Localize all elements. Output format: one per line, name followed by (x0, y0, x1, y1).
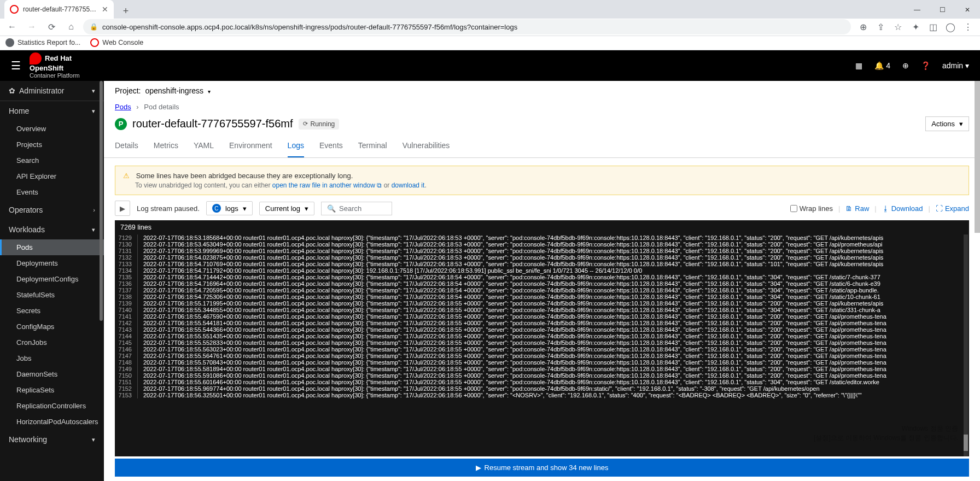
status-badge: ⟳ Running (299, 119, 340, 130)
expand-icon: ⛶ (936, 204, 943, 213)
log-line: 71532022-07-17T06:18:56.325501+00:00 rou… (115, 392, 969, 398)
tab-title: router-default-7776755597-f56… (23, 5, 97, 13)
sidebar-item-jobs[interactable]: Jobs (0, 350, 104, 366)
home-button[interactable]: ⌂ (63, 19, 79, 34)
sidebar-item-configmaps[interactable]: ConfigMaps (0, 319, 104, 335)
sidebar-item-events[interactable]: Events (0, 184, 104, 200)
browser-tab[interactable]: router-default-7776755597-f56… ✕ (4, 0, 114, 19)
bookmark-stats[interactable]: Statistics Report fo... (5, 38, 80, 47)
page-title: router-default-7776755597-f56mf (132, 118, 293, 130)
alert-title: Some lines have been abridged because th… (136, 172, 353, 180)
stream-status: Log stream paused. (137, 204, 200, 213)
tab-logs[interactable]: Logs (288, 136, 304, 157)
sidebar-section-home[interactable]: Home▾ (0, 101, 104, 121)
sidebar-item-projects[interactable]: Projects (0, 137, 104, 152)
help-icon[interactable]: ❓ (921, 61, 930, 70)
download-icon: ⭳ (882, 204, 889, 213)
search-icon[interactable]: ⊕ (855, 19, 871, 34)
share-icon[interactable]: ⇪ (873, 19, 888, 34)
sidebar-section-operators[interactable]: Operators› (0, 200, 104, 220)
new-tab-button[interactable]: + (118, 3, 133, 19)
tab-yaml[interactable]: YAML (194, 136, 214, 157)
project-dropdown[interactable]: openshift-ingress ▾ (145, 86, 210, 95)
download-button[interactable]: ⭳Download (882, 204, 923, 213)
log-line-count: 7269 lines (115, 220, 969, 234)
sidebar-item-search[interactable]: Search (0, 152, 104, 168)
sidebar-scrollbar[interactable] (100, 81, 103, 321)
sidebar-item-cronjobs[interactable]: CronJobs (0, 335, 104, 350)
alert-banner: ⚠ Some lines have been abridged because … (115, 166, 969, 195)
expand-button[interactable]: ⛶Expand (936, 204, 969, 213)
bell-icon[interactable]: 🔔 4 (874, 61, 890, 70)
log-line: 71292022-07-17T06:18:53.185684+00:00 rou… (115, 234, 969, 241)
tabs: DetailsMetricsYAMLEnvironmentLogsEventsT… (104, 136, 980, 158)
tab-details[interactable]: Details (115, 136, 138, 157)
raw-link[interactable]: 🗎Raw (845, 204, 869, 213)
container-dropdown[interactable]: C logs ▾ (206, 201, 253, 215)
log-scrollbar-thumb[interactable] (964, 435, 968, 451)
log-line: 71522022-07-17T06:18:55.969774+00:00 rou… (115, 385, 969, 392)
tab-environment[interactable]: Environment (229, 136, 272, 157)
sidebar-item-api explorer[interactable]: API Explorer (0, 168, 104, 184)
breadcrumb-root[interactable]: Pods (115, 103, 131, 111)
plus-icon[interactable]: ⊕ (902, 61, 909, 70)
window-minimize-button[interactable]: — (905, 1, 930, 19)
close-tab-icon[interactable]: ✕ (102, 5, 108, 14)
wrap-lines-checkbox[interactable]: Wrap lines (790, 204, 833, 213)
reload-button[interactable]: ⟳ (44, 19, 59, 34)
resume-stream-button[interactable]: ▶ Resume stream and show 34 new lines (115, 459, 969, 477)
play-icon: ▶ (476, 464, 481, 472)
sidebar-section-workloads[interactable]: Workloads▾ (0, 220, 104, 239)
perspective-switcher[interactable]: ✿ Administrator ▾ (0, 81, 104, 101)
content-area: Project: openshift-ingress ▾ Pods › Pod … (104, 81, 980, 481)
download-link[interactable]: download it (392, 181, 425, 189)
log-line: 71412022-07-17T06:18:55.467590+00:00 rou… (115, 313, 969, 320)
sidebar-section-networking[interactable]: Networking▾ (0, 430, 104, 449)
log-line: 71432022-07-17T06:18:55.544366+00:00 rou… (115, 326, 969, 333)
window-close-button[interactable]: ✕ (955, 1, 980, 19)
play-button[interactable]: ▶ (115, 201, 130, 216)
actions-dropdown[interactable]: Actions▾ (925, 116, 969, 131)
sidebar-item-replicasets[interactable]: ReplicaSets (0, 382, 104, 398)
sidebar-item-statefulsets[interactable]: StatefulSets (0, 287, 104, 303)
forward-button[interactable]: → (24, 19, 39, 34)
log-scrollbar-track[interactable] (964, 234, 968, 456)
sidebar-item-deployments[interactable]: Deployments (0, 255, 104, 271)
sidebar-item-pods[interactable]: Pods (0, 239, 104, 255)
sidebar-item-deploymentconfigs[interactable]: DeploymentConfigs (0, 271, 104, 287)
user-menu[interactable]: admin ▾ (942, 61, 969, 70)
tab-terminal[interactable]: Terminal (358, 136, 387, 157)
extensions-icon[interactable]: ✦ (908, 19, 923, 34)
tab-vulnerabilities[interactable]: Vulnerabilities (402, 136, 450, 157)
sidebar-item-horizontalpodautoscalers[interactable]: HorizontalPodAutoscalers (0, 414, 104, 430)
breadcrumb-current: Pod details (144, 103, 179, 111)
sidebar-item-overview[interactable]: Overview (0, 121, 104, 137)
hamburger-icon[interactable]: ☰ (11, 59, 21, 72)
external-icon: ⧉ (377, 181, 382, 189)
log-line: 71462022-07-17T06:18:55.563023+00:00 rou… (115, 346, 969, 353)
content-scrollbar[interactable] (975, 81, 980, 233)
bookmark-webconsole[interactable]: Web Console (90, 38, 143, 47)
sidebar-item-replicationcontrollers[interactable]: ReplicationControllers (0, 398, 104, 414)
file-icon: 🗎 (845, 204, 853, 213)
tab-events[interactable]: Events (319, 136, 343, 157)
sidebar: ✿ Administrator ▾ Home▾OverviewProjectsS… (0, 81, 104, 481)
grid-icon[interactable]: ▦ (855, 61, 862, 70)
log-line: 71422022-07-17T06:18:55.544181+00:00 rou… (115, 320, 969, 326)
menu-icon[interactable]: ⋮ (960, 19, 976, 34)
back-button[interactable]: ← (4, 19, 20, 34)
profile-icon[interactable]: ◯ (943, 19, 958, 34)
address-bar[interactable]: 🔒 console-openshift-console.apps.ocp4.po… (83, 19, 851, 34)
log-line: 71452022-07-17T06:18:55.552833+00:00 rou… (115, 339, 969, 346)
tab-metrics[interactable]: Metrics (154, 136, 178, 157)
search-input[interactable]: 🔍 Search (321, 202, 392, 215)
sidebar-item-daemonsets[interactable]: DaemonSets (0, 366, 104, 382)
open-raw-link[interactable]: open the raw file in another window ⧉ (272, 181, 382, 189)
log-line: 71372022-07-17T06:18:54.720595+00:00 rou… (115, 287, 969, 294)
tabs-icon[interactable]: ◫ (925, 19, 941, 34)
breadcrumb: Pods › Pod details (104, 101, 980, 113)
sidebar-item-secrets[interactable]: Secrets (0, 303, 104, 319)
star-icon[interactable]: ☆ (890, 19, 906, 34)
time-dropdown[interactable]: Current log▾ (259, 202, 314, 215)
window-maximize-button[interactable]: ☐ (930, 1, 955, 19)
